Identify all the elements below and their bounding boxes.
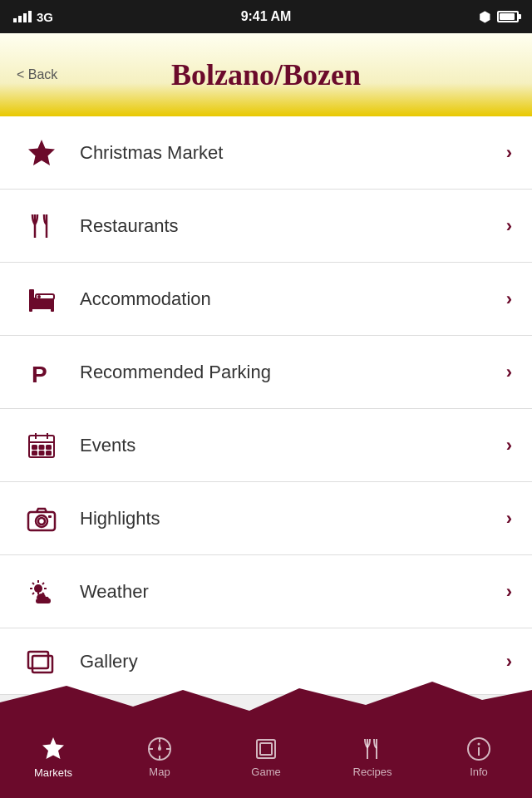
chevron-events: › — [506, 435, 512, 456]
status-time: 9:41 AM — [241, 9, 292, 24]
star-icon — [20, 131, 63, 175]
menu-label-accommodation: Accommodation — [80, 288, 506, 310]
menu-label-gallery: Gallery — [80, 651, 506, 672]
signal-bars — [13, 11, 32, 22]
menu-list: Christmas Market › Restaurants › — [0, 116, 532, 695]
svg-marker-38 — [42, 737, 64, 759]
tab-map-label: Map — [149, 766, 170, 778]
svg-rect-21 — [47, 451, 51, 455]
menu-label-events: Events — [80, 435, 506, 456]
svg-rect-16 — [32, 446, 37, 449]
header: < Back Bolzano/Bozen — [0, 33, 532, 116]
svg-text:P: P — [32, 362, 47, 387]
chevron-weather: › — [506, 581, 512, 603]
tab-map[interactable]: Map — [106, 736, 213, 778]
svg-rect-19 — [32, 451, 37, 455]
svg-rect-6 — [29, 289, 34, 299]
svg-rect-25 — [48, 515, 52, 518]
status-right: ⬢ — [479, 9, 519, 25]
chevron-gallery: › — [506, 651, 512, 672]
tab-game-label: Game — [251, 766, 280, 778]
status-left: 3G — [13, 10, 53, 24]
menu-item-accommodation[interactable]: Accommodation › — [0, 263, 532, 336]
svg-point-26 — [34, 584, 42, 593]
bluetooth-icon: ⬢ — [479, 9, 490, 25]
compass-icon — [146, 736, 173, 762]
tab-bar: Markets Map Game — [0, 715, 532, 798]
svg-marker-37 — [0, 682, 532, 719]
svg-marker-1 — [28, 140, 55, 165]
menu-label-weather: Weather — [80, 581, 506, 603]
menu-item-parking[interactable]: P Recommended Parking › — [0, 336, 532, 409]
chevron-restaurants: › — [506, 215, 512, 237]
tab-markets[interactable]: Markets — [0, 735, 106, 779]
menu-item-events[interactable]: Events › — [0, 409, 532, 482]
menu-item-christmas-market[interactable]: Christmas Market › — [0, 116, 532, 190]
fork-knife-icon — [20, 204, 63, 248]
mountain-silhouette — [0, 682, 532, 719]
chevron-highlights: › — [506, 508, 512, 530]
chevron-parking: › — [506, 362, 512, 383]
menu-label-highlights: Highlights — [80, 508, 506, 530]
menu-label-parking: Recommended Parking — [80, 362, 506, 383]
menu-item-restaurants[interactable]: Restaurants › — [0, 190, 532, 263]
svg-rect-17 — [40, 446, 44, 449]
content-area: Christmas Market › Restaurants › — [0, 116, 532, 715]
svg-rect-35 — [28, 652, 48, 668]
svg-line-31 — [32, 583, 34, 584]
game-icon — [253, 736, 279, 762]
network-type: 3G — [37, 10, 53, 24]
svg-line-33 — [42, 583, 44, 584]
menu-label-christmas-market: Christmas Market — [80, 142, 506, 164]
info-icon — [466, 736, 492, 762]
svg-point-10 — [37, 295, 41, 298]
svg-rect-7 — [29, 308, 32, 312]
back-label: < Back — [17, 67, 57, 82]
tab-recipes-label: Recipes — [353, 766, 392, 778]
tab-info-label: Info — [470, 766, 488, 778]
camera-icon — [20, 497, 63, 540]
menu-label-restaurants: Restaurants — [80, 215, 506, 237]
tab-recipes[interactable]: Recipes — [319, 736, 426, 778]
calendar-icon — [20, 424, 63, 467]
battery-indicator — [497, 11, 519, 22]
status-bar: 3G 9:41 AM ⬢ — [0, 0, 532, 33]
bed-icon — [20, 278, 63, 321]
svg-rect-20 — [40, 451, 44, 455]
battery-fill — [500, 13, 515, 20]
back-button[interactable]: < Back — [17, 67, 57, 82]
page-title: Bolzano/Bozen — [17, 57, 515, 92]
svg-point-53 — [478, 742, 480, 745]
chevron-accommodation: › — [506, 288, 512, 310]
tab-info[interactable]: Info — [426, 736, 532, 778]
svg-point-24 — [38, 518, 45, 525]
weather-icon — [20, 570, 63, 613]
svg-rect-47 — [260, 743, 272, 755]
tab-markets-label: Markets — [34, 766, 72, 779]
menu-item-weather[interactable]: Weather › — [0, 555, 532, 628]
tab-game[interactable]: Game — [213, 736, 319, 778]
chevron-christmas-market: › — [506, 142, 512, 164]
svg-rect-18 — [47, 446, 51, 449]
menu-item-highlights[interactable]: Highlights › — [0, 482, 532, 555]
recipes-fork-icon — [359, 736, 386, 762]
markets-star-icon — [39, 735, 67, 763]
svg-line-34 — [32, 593, 34, 594]
parking-icon: P — [20, 351, 63, 394]
gallery-icon — [20, 640, 63, 683]
svg-rect-36 — [32, 656, 52, 672]
svg-rect-8 — [51, 308, 54, 312]
